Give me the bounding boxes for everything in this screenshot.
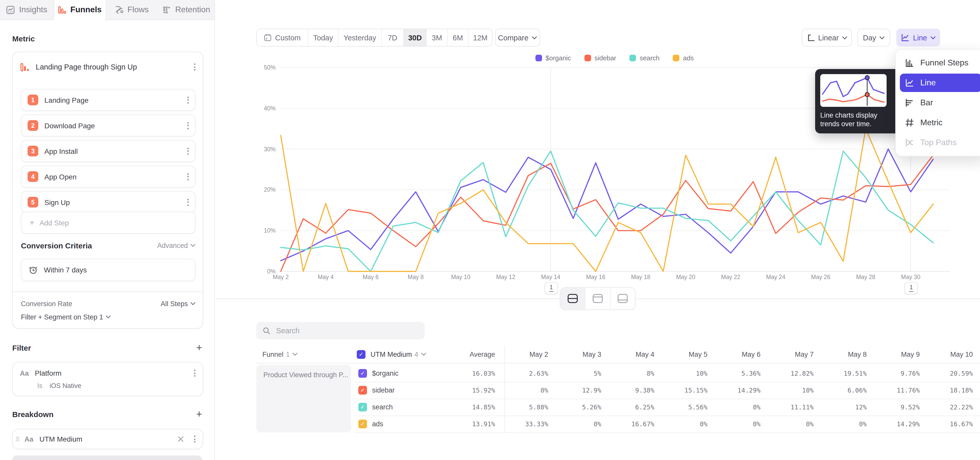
row-checkbox[interactable]: ✓	[358, 420, 367, 428]
legend-item-sidebar[interactable]: sidebar	[584, 54, 616, 62]
metric-section-header: Metric	[12, 34, 35, 43]
range-button-6m[interactable]: 6M	[448, 29, 469, 46]
search-input[interactable]	[275, 326, 400, 335]
x-tick-label: May 14	[535, 274, 567, 280]
tab-flows[interactable]: Flows	[105, 0, 159, 20]
view-chart-bottom-button[interactable]	[611, 288, 635, 309]
legend-label: search	[640, 54, 660, 62]
line-chart-icon	[901, 33, 910, 42]
drag-handle-icon[interactable]	[15, 436, 20, 442]
range-button-today[interactable]: Today	[308, 29, 339, 46]
row-checkbox[interactable]: ✓	[358, 369, 367, 378]
funnel-step[interactable]: 3App Install	[21, 140, 196, 162]
range-button-7d[interactable]: 7D	[382, 29, 404, 46]
step-kebab-menu[interactable]	[185, 145, 191, 157]
add-filter-button[interactable]: +	[196, 343, 202, 352]
compare-button[interactable]: Compare	[495, 29, 540, 46]
filter-kebab-menu[interactable]	[192, 367, 197, 379]
row-series-label: sidebar	[372, 387, 395, 394]
view-chart-top-button[interactable]	[585, 288, 611, 309]
advanced-dropdown[interactable]: Advanced	[157, 241, 196, 249]
metric-kebab-menu[interactable]	[192, 61, 197, 73]
table-cell-value: 19.51%	[814, 369, 867, 377]
breakdown-card[interactable]: Aa UTM Medium	[12, 429, 203, 449]
table-date-headers: AverageMay 2May 3May 4May 5May 6May 7May…	[442, 345, 973, 363]
step-kebab-menu[interactable]	[185, 120, 191, 131]
legend-item-organic[interactable]: $organic	[535, 54, 571, 62]
annotation-badge[interactable]: 1	[904, 282, 918, 294]
range-button-yesterday[interactable]: Yesterday	[339, 29, 382, 46]
query-builder-sidebar: Metric Landing Page through Sign Up 1Lan…	[0, 20, 215, 460]
line-icon	[905, 78, 914, 88]
annotation-badge[interactable]: 1	[545, 282, 558, 294]
remove-breakdown-icon[interactable]	[178, 436, 184, 442]
breakdown-select-all-checkbox[interactable]: ✓	[357, 350, 366, 359]
table-column-header: May 9	[867, 350, 920, 358]
range-button-3m[interactable]: 3M	[427, 29, 448, 46]
breakdown-property-label: UTM Medium	[40, 435, 178, 443]
tab-retention[interactable]: Retention	[158, 0, 215, 20]
step-kebab-menu[interactable]	[185, 196, 191, 208]
menu-item-bar[interactable]: Bar	[900, 94, 980, 112]
interval-dropdown[interactable]: Day	[858, 29, 890, 46]
funnel-cell[interactable]: Product Viewed through P...	[256, 365, 351, 433]
table-cell-value: 10%	[760, 387, 814, 394]
legend-label: sidebar	[594, 54, 616, 62]
chevron-down-icon	[190, 302, 196, 305]
filter-segment-dropdown[interactable]: Filter + Segment on Step 1	[21, 311, 111, 323]
table-cell-value: 0%	[708, 420, 760, 428]
funnel-step[interactable]: 4App Open	[21, 166, 196, 188]
range-button-12m[interactable]: 12M	[469, 29, 492, 46]
x-tick-label: May 24	[759, 274, 792, 280]
view-split-button[interactable]	[560, 288, 585, 309]
all-steps-dropdown[interactable]: All Steps	[161, 300, 196, 307]
add-step-button[interactable]: + Add Step	[21, 212, 196, 233]
step-kebab-menu[interactable]	[185, 94, 191, 105]
conversion-window-card[interactable]: Within 7 days	[21, 259, 196, 281]
funnel-metric-icon	[20, 62, 30, 72]
legend-item-search[interactable]: search	[630, 54, 660, 62]
chart-type-dropdown[interactable]: Line	[896, 29, 940, 46]
funnel-column-dropdown[interactable]: Funnel 1	[262, 345, 298, 363]
tab-insights[interactable]: Insights	[0, 0, 54, 20]
table-column-header: May 5	[654, 350, 708, 358]
add-step-label: Add Step	[40, 219, 69, 227]
top-paths-icon	[905, 138, 914, 147]
table-cell-value: 12.9%	[548, 387, 601, 394]
filter-value[interactable]: iOS Native	[49, 382, 81, 390]
add-breakdown-button[interactable]: +	[196, 409, 202, 418]
row-checkbox[interactable]: ✓	[358, 386, 367, 395]
menu-item-metric[interactable]: Metric	[900, 113, 980, 132]
filter-operator[interactable]: Is	[37, 382, 42, 390]
table-column-header: May 10	[920, 350, 973, 358]
funnel-step[interactable]: 5Sign Up	[21, 191, 196, 213]
funnel-steps-icon	[905, 58, 914, 67]
table-cell-value: 16.03%	[442, 369, 495, 377]
step-kebab-menu[interactable]	[185, 171, 191, 182]
menu-item-funnel-steps[interactable]: Funnel Steps	[900, 54, 980, 72]
range-button-30d[interactable]: 30D	[404, 29, 427, 46]
menu-item-line[interactable]: Line	[900, 73, 980, 92]
row-values: 14.85%5.88%5.26%6.25%5.56%0%11.11%12%9.5…	[442, 399, 973, 415]
row-checkbox[interactable]: ✓	[358, 403, 367, 411]
conversion-criteria-header: Conversion Criteria	[21, 241, 157, 250]
funnel-step[interactable]: 2Download Page	[21, 115, 196, 136]
breakdown-kebab-menu[interactable]	[192, 433, 197, 445]
y-tick-label: 10%	[253, 227, 275, 233]
funnel-step[interactable]: 1Landing Page	[21, 89, 196, 111]
legend-item-ads[interactable]: ads	[673, 54, 694, 62]
search-icon	[262, 327, 270, 335]
range-button-custom[interactable]: Custom	[257, 29, 308, 46]
chevron-down-icon	[293, 353, 298, 356]
table-cell-value: 16.67%	[920, 420, 973, 428]
row-series-label: search	[372, 403, 393, 411]
tab-funnels[interactable]: Funnels	[54, 0, 106, 20]
scale-dropdown[interactable]: Linear	[802, 29, 852, 46]
filter-card[interactable]: Aa Platform Is iOS Native	[12, 362, 203, 396]
metric-card: Landing Page through Sign Up 1Landing Pa…	[12, 52, 203, 329]
chevron-down-icon[interactable]	[421, 353, 426, 356]
table-row: ✓search14.85%5.88%5.26%6.25%5.56%0%11.11…	[354, 399, 980, 415]
table-header-divider	[256, 363, 980, 363]
y-tick-label: 20%	[253, 187, 275, 193]
table-cell-value: 5.88%	[495, 403, 548, 411]
